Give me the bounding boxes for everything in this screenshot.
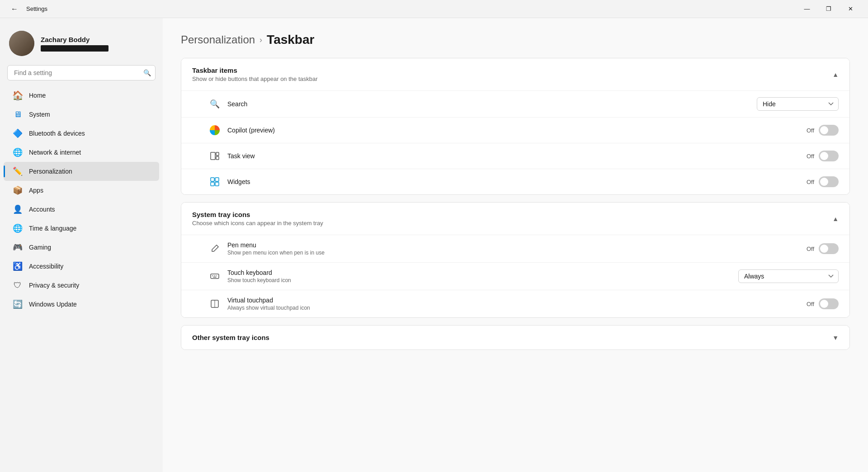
section-title-block-other-tray: Other system tray icons [192,334,832,341]
section-title-system-tray-icons: System tray icons [192,211,832,218]
setting-icon-search: 🔍 [208,98,221,110]
breadcrumb-current: Taskbar [267,33,314,47]
toggle-label-taskview: Off [807,153,814,160]
toggle-label-pen-menu: Off [807,245,814,252]
setting-row-widgets: WidgetsOff [181,169,849,194]
setting-label-block-search: Search [227,100,757,108]
setting-icon-taskview [208,150,221,162]
gaming-icon: 🎮 [13,242,23,252]
toggle-label-widgets: Off [807,179,814,185]
network-icon: 🌐 [13,147,23,157]
section-header-other-tray[interactable]: Other system tray icons▼ [181,326,849,349]
setting-icon-touch-keyboard [208,270,221,283]
svg-rect-0 [211,152,215,160]
toggle-label-copilot: Off [807,127,814,134]
toggle-widgets[interactable] [819,176,839,187]
setting-row-copilot: Copilot (preview)Off [181,117,849,143]
sidebar-item-accessibility[interactable]: ♿Accessibility [4,257,159,276]
setting-label-taskview: Task view [227,152,807,160]
section-header-taskbar-items[interactable]: Taskbar itemsShow or hide buttons that a… [181,58,849,90]
sidebar-item-accounts[interactable]: 👤Accounts [4,200,159,219]
sidebar-item-personalization[interactable]: ✏️Personalization [4,162,159,181]
user-name: Zachary Boddy [41,36,108,43]
close-button[interactable]: ✕ [840,2,861,16]
setting-label-virtual-touchpad: Virtual touchpad [227,297,807,304]
setting-label-block-taskview: Task view [227,152,807,160]
accessibility-icon: ♿ [13,261,23,271]
setting-label-pen-menu: Pen menu [227,241,807,249]
sidebar-item-time[interactable]: 🌐Time & language [4,219,159,238]
toggle-pen-menu[interactable] [819,243,839,254]
sidebar-item-system[interactable]: 🖥System [4,105,159,124]
breadcrumb-parent: Personalization [181,33,255,46]
svg-rect-6 [215,182,219,186]
setting-icon-copilot [208,124,221,137]
sidebar-item-bluetooth[interactable]: 🔷Bluetooth & devices [4,124,159,143]
title-bar: ← Settings — ❐ ✕ [0,0,868,18]
toggle-copilot[interactable] [819,125,839,136]
section-subtitle-system-tray-icons: Choose which icons can appear in the sys… [192,220,832,227]
breadcrumb: Personalization › Taskbar [181,33,850,47]
nav-list: 🏠Home🖥System🔷Bluetooth & devices🌐Network… [0,86,163,314]
accounts-icon: 👤 [13,204,23,214]
minimize-button[interactable]: — [797,2,817,16]
setting-icon-widgets [208,175,221,188]
sidebar-item-label-privacy: Privacy & security [29,282,79,289]
content-area: Personalization › Taskbar Taskbar itemsS… [163,18,868,472]
sidebar-item-privacy[interactable]: 🛡Privacy & security [4,276,159,295]
sidebar-item-label-bluetooth: Bluetooth & devices [29,130,85,137]
setting-label-block-touch-keyboard: Touch keyboardShow touch keyboard icon [227,269,738,283]
setting-sublabel-pen-menu: Show pen menu icon when pen is in use [227,250,807,256]
svg-rect-1 [216,152,219,156]
sidebar-item-label-personalization: Personalization [29,168,72,175]
setting-row-search: 🔍SearchHideSearch icon onlySearch icon a… [181,90,849,117]
toggle-taskview[interactable] [819,151,839,161]
sidebar-item-label-apps: Apps [29,187,43,194]
apps-icon: 📦 [13,185,23,195]
sidebar-item-label-gaming: Gaming [29,244,51,251]
system-icon: 🖥 [13,109,23,119]
avatar [9,31,34,56]
user-info: Zachary Boddy [41,36,108,52]
toggle-label-virtual-touchpad: Off [807,301,814,307]
copilot-icon [210,125,220,135]
sidebar-item-label-time: Time & language [29,225,76,232]
sidebar-item-gaming[interactable]: 🎮Gaming [4,238,159,257]
sidebar-item-update[interactable]: 🔄Windows Update [4,295,159,314]
search-input[interactable] [7,65,156,80]
maximize-button[interactable]: ❐ [818,2,839,16]
setting-label-block-widgets: Widgets [227,178,807,185]
sidebar-item-label-system: System [29,111,50,118]
bluetooth-icon: 🔷 [13,128,23,138]
sidebar-item-apps[interactable]: 📦Apps [4,181,159,200]
chevron-taskbar-items: ▲ [832,71,839,78]
section-system-tray-icons: System tray iconsChoose which icons can … [181,202,850,318]
dropdown-touch-keyboard[interactable]: AlwaysNeverWhen no keyboard attached [738,269,839,283]
setting-label-copilot: Copilot (preview) [227,127,807,134]
personalization-icon: ✏️ [13,166,23,176]
sidebar-item-home[interactable]: 🏠Home [4,86,159,105]
setting-label-block-virtual-touchpad: Virtual touchpadAlways show virtual touc… [227,297,807,311]
section-taskbar-items: Taskbar itemsShow or hide buttons that a… [181,58,850,195]
section-other-tray: Other system tray icons▼ [181,325,850,350]
setting-icon-pen-menu [208,242,221,255]
update-icon: 🔄 [13,299,23,309]
back-button[interactable]: ← [7,3,22,15]
setting-label-block-pen-menu: Pen menuShow pen menu icon when pen is i… [227,241,807,256]
toggle-virtual-touchpad[interactable] [819,298,839,309]
title-bar-left: ← Settings [7,3,47,15]
sidebar-item-label-network: Network & internet [29,149,81,156]
sidebar-item-label-home: Home [29,92,46,99]
setting-sublabel-touch-keyboard: Show touch keyboard icon [227,277,738,283]
dropdown-search[interactable]: HideSearch icon onlySearch icon and labe… [757,97,839,111]
setting-row-virtual-touchpad: Virtual touchpadAlways show virtual touc… [181,290,849,317]
sidebar-item-network[interactable]: 🌐Network & internet [4,143,159,162]
setting-row-touch-keyboard: Touch keyboardShow touch keyboard iconAl… [181,262,849,290]
setting-label-touch-keyboard: Touch keyboard [227,269,738,276]
svg-rect-3 [211,178,214,181]
section-header-system-tray-icons[interactable]: System tray iconsChoose which icons can … [181,203,849,235]
user-section: Zachary Boddy [0,25,163,65]
svg-rect-7 [211,274,219,278]
privacy-icon: 🛡 [13,280,23,290]
breadcrumb-separator: › [259,35,262,45]
